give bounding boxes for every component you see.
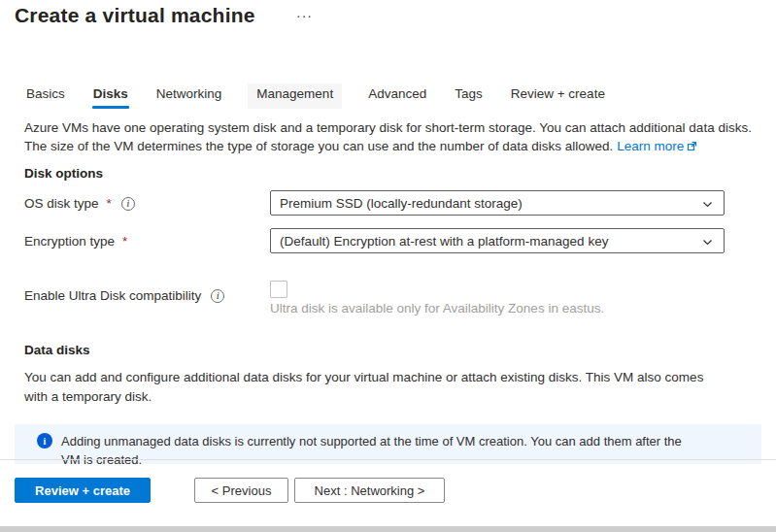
info-icon[interactable]: i xyxy=(211,289,224,303)
ultra-disk-helper-text: Ultra disk is available only for Availab… xyxy=(270,301,736,316)
chevron-down-icon xyxy=(701,198,714,214)
disk-options-heading: Disk options xyxy=(24,166,103,181)
info-banner: i Adding unmanaged data disks is current… xyxy=(15,424,761,464)
ultra-disk-label: Enable Ultra Disk compatibilityi xyxy=(24,288,224,303)
data-disks-heading: Data disks xyxy=(24,343,90,357)
os-disk-type-label: OS disk type*i xyxy=(24,196,135,211)
learn-more-link[interactable]: Learn more xyxy=(617,139,697,153)
tab-disks[interactable]: Disks xyxy=(91,83,130,109)
horizontal-scrollbar[interactable] xyxy=(0,526,776,532)
page-title: Create a virtual machine xyxy=(15,4,255,27)
next-networking-button[interactable]: Next : Networking > xyxy=(294,478,445,503)
create-vm-page: Create a virtual machine ··· Basics Disk… xyxy=(0,0,776,532)
tab-basics[interactable]: Basics xyxy=(24,83,67,109)
review-create-button[interactable]: Review + create xyxy=(15,478,151,503)
tab-networking[interactable]: Networking xyxy=(154,83,224,109)
info-icon[interactable]: i xyxy=(121,197,135,211)
more-options-button[interactable]: ··· xyxy=(296,8,313,23)
tab-management[interactable]: Management xyxy=(248,83,342,109)
ultra-disk-checkbox[interactable] xyxy=(270,281,287,298)
previous-button[interactable]: < Previous xyxy=(194,478,288,503)
os-disk-type-select[interactable]: Premium SSD (locally-redundant storage) xyxy=(270,190,725,216)
required-asterisk: * xyxy=(122,234,127,249)
tab-review-create[interactable]: Review + create xyxy=(509,83,607,109)
info-filled-icon: i xyxy=(37,433,52,449)
encryption-type-select[interactable]: (Default) Encryption at-rest with a plat… xyxy=(270,228,725,253)
tab-advanced[interactable]: Advanced xyxy=(366,83,428,109)
intro-paragraph: Azure VMs have one operating system disk… xyxy=(24,118,759,156)
footer-divider xyxy=(0,459,776,460)
external-link-icon xyxy=(687,138,697,156)
os-disk-type-value: Premium SSD (locally-redundant storage) xyxy=(280,196,523,211)
data-disks-description: You can add and configure additional dat… xyxy=(24,368,720,407)
chevron-down-icon xyxy=(701,236,714,251)
tab-bar: Basics Disks Networking Management Advan… xyxy=(24,83,607,109)
encryption-type-value: (Default) Encryption at-rest with a plat… xyxy=(280,234,608,249)
tab-tags[interactable]: Tags xyxy=(453,83,485,109)
required-asterisk: * xyxy=(107,196,112,211)
encryption-type-label: Encryption type* xyxy=(24,234,127,249)
